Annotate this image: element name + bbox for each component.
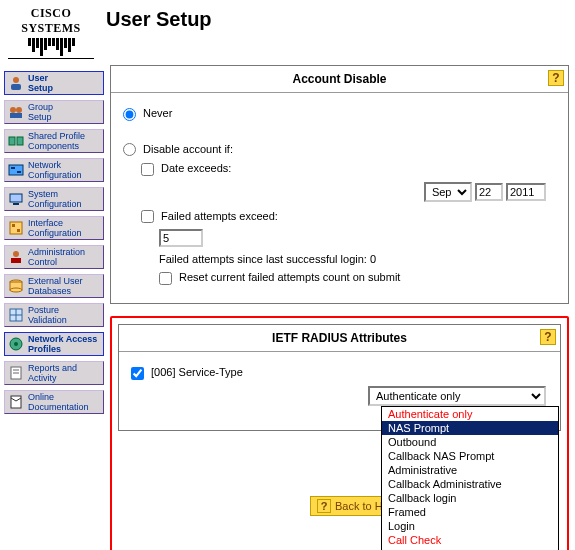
fail-count-input[interactable] <box>159 229 203 247</box>
since-last-label: Failed attempts since last successful lo… <box>159 253 556 265</box>
interface-icon <box>7 219 25 237</box>
network-icon <box>7 161 25 179</box>
sidebar-item-label: InterfaceConfiguration <box>28 218 82 238</box>
dropdown-option[interactable]: Administrative <box>382 463 558 477</box>
never-radio[interactable] <box>123 108 136 121</box>
dropdown-option[interactable]: Login <box>382 519 558 533</box>
year-input[interactable] <box>506 183 546 201</box>
panel-title: IETF RADIUS Attributes <box>272 331 407 345</box>
admin-icon <box>7 248 25 266</box>
svg-point-3 <box>16 107 22 113</box>
group-icon <box>7 103 25 121</box>
sidebar: UserSetup GroupSetup Shared ProfileCompo… <box>0 61 108 423</box>
svg-rect-14 <box>17 229 20 232</box>
sidebar-item-system-config[interactable]: SystemConfiguration <box>4 187 104 211</box>
disable-if-label: Disable account if: <box>143 143 233 155</box>
dropdown-option[interactable]: Authenticate only <box>382 407 558 421</box>
month-select[interactable]: Sep <box>424 182 472 202</box>
svg-rect-12 <box>10 222 22 234</box>
account-disable-panel: Account Disable ? Never Disable account … <box>110 65 569 304</box>
svg-point-19 <box>10 288 22 292</box>
svg-point-24 <box>14 342 18 346</box>
sidebar-item-network-access[interactable]: Network AccessProfiles <box>4 332 104 356</box>
dropdown-option[interactable]: Callback Administrative <box>382 477 558 491</box>
sidebar-item-label: Reports andActivity <box>28 363 77 383</box>
doc-icon <box>7 393 25 411</box>
service-type-dropdown[interactable]: Authenticate onlyNAS PromptOutboundCallb… <box>381 406 559 550</box>
cisco-logo: CISCO SYSTEMS <box>0 0 98 61</box>
logo-text: CISCO SYSTEMS <box>8 6 94 36</box>
sidebar-item-label: External UserDatabases <box>28 276 83 296</box>
svg-rect-0 <box>13 77 19 83</box>
help-icon[interactable]: ? <box>548 70 564 86</box>
sidebar-item-label: GroupSetup <box>28 102 53 122</box>
svg-rect-11 <box>13 203 19 205</box>
posture-icon <box>7 306 25 324</box>
sidebar-item-network-config[interactable]: NetworkConfiguration <box>4 158 104 182</box>
user-icon <box>7 74 25 92</box>
sidebar-item-label: Network AccessProfiles <box>28 334 97 354</box>
sidebar-item-group-setup[interactable]: GroupSetup <box>4 100 104 124</box>
sidebar-item-admin-control[interactable]: AdministrationControl <box>4 245 104 269</box>
day-input[interactable] <box>475 183 503 201</box>
page-title: User Setup <box>98 0 212 31</box>
failed-exceed-check[interactable] <box>141 210 154 223</box>
svg-rect-9 <box>17 171 21 173</box>
sidebar-item-documentation[interactable]: OnlineDocumentation <box>4 390 104 414</box>
system-icon <box>7 190 25 208</box>
svg-rect-5 <box>9 137 15 145</box>
sidebar-item-reports[interactable]: Reports andActivity <box>4 361 104 385</box>
reset-label: Reset current failed attempts count on s… <box>179 271 400 283</box>
svg-rect-8 <box>11 167 15 169</box>
service-type-select[interactable]: Authenticate only <box>368 386 546 406</box>
sidebar-item-label: PostureValidation <box>28 305 67 325</box>
date-exceeds-label: Date exceeds: <box>161 162 231 174</box>
sidebar-item-label: OnlineDocumentation <box>28 392 89 412</box>
sidebar-item-label: NetworkConfiguration <box>28 160 82 180</box>
sidebar-item-shared-profile[interactable]: Shared ProfileComponents <box>4 129 104 153</box>
service-type-label: [006] Service-Type <box>151 366 243 378</box>
sidebar-item-label: Shared ProfileComponents <box>28 131 85 151</box>
service-type-check[interactable] <box>131 367 144 380</box>
sidebar-item-interface-config[interactable]: InterfaceConfiguration <box>4 216 104 240</box>
svg-rect-4 <box>10 113 22 118</box>
sidebar-item-label: AdministrationControl <box>28 247 85 267</box>
svg-rect-6 <box>17 137 23 145</box>
svg-rect-10 <box>10 194 22 202</box>
svg-rect-28 <box>11 396 21 408</box>
failed-exceed-label: Failed attempts exceed: <box>161 210 278 222</box>
dropdown-option[interactable]: Callback login <box>382 491 558 505</box>
radius-highlight: IETF RADIUS Attributes ? [006] Service-T… <box>110 316 569 550</box>
never-label: Never <box>143 107 172 119</box>
sidebar-item-label: SystemConfiguration <box>28 189 82 209</box>
svg-rect-13 <box>12 224 15 227</box>
svg-rect-7 <box>9 165 23 175</box>
disable-if-radio[interactable] <box>123 143 136 156</box>
dropdown-option[interactable]: Outbound <box>382 435 558 449</box>
main-content: Account Disable ? Never Disable account … <box>108 61 575 550</box>
sidebar-item-posture[interactable]: PostureValidation <box>4 303 104 327</box>
help-icon: ? <box>317 499 331 513</box>
profile-icon <box>7 132 25 150</box>
reset-check[interactable] <box>159 272 172 285</box>
dropdown-option[interactable]: Call Check <box>382 533 558 547</box>
dropdown-option[interactable]: Framed <box>382 505 558 519</box>
panel-title: Account Disable <box>292 72 386 86</box>
sidebar-item-external-db[interactable]: External UserDatabases <box>4 274 104 298</box>
svg-rect-16 <box>11 258 21 263</box>
database-icon <box>7 277 25 295</box>
date-exceeds-check[interactable] <box>141 163 154 176</box>
svg-point-15 <box>13 251 19 257</box>
sidebar-item-user-setup[interactable]: UserSetup <box>4 71 104 95</box>
help-icon[interactable]: ? <box>540 329 556 345</box>
dropdown-option[interactable]: Callback NAS Prompt <box>382 449 558 463</box>
svg-point-2 <box>10 107 16 113</box>
access-icon <box>7 335 25 353</box>
dropdown-option[interactable]: NAS Prompt <box>382 421 558 435</box>
sidebar-item-label: UserSetup <box>28 73 53 93</box>
svg-rect-1 <box>11 84 21 90</box>
reports-icon <box>7 364 25 382</box>
